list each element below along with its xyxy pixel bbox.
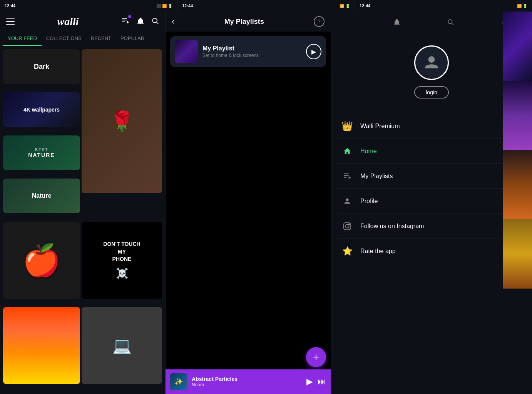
right-panel: POPULAR login 👑 Walli Premium Home	[331, 12, 532, 394]
middle-content	[166, 72, 331, 369]
panels: walli YOUR FEED COLLECTIONS RECENT POPUL…	[0, 12, 532, 394]
menu-item-premium[interactable]: 👑 Walli Premium	[337, 114, 526, 139]
menu-label-instagram: Follow us on Instagram	[360, 223, 424, 230]
svg-marker-3	[127, 21, 129, 23]
left-panel: walli YOUR FEED COLLECTIONS RECENT POPUL…	[0, 12, 166, 394]
collection-4k-label: 4K wallpapers	[20, 104, 64, 116]
svg-line-7	[452, 23, 453, 25]
status-time-left: 12:44	[5, 3, 15, 8]
collection-nature[interactable]: Nature	[3, 179, 80, 213]
playlist-thumbnail	[175, 40, 198, 63]
help-button[interactable]: ?	[314, 16, 325, 27]
search-icon[interactable]	[151, 17, 159, 27]
svg-line-5	[157, 22, 159, 24]
collection-apple[interactable]: 🍎	[3, 222, 80, 299]
menu-label-rate: Rate the app	[360, 248, 396, 255]
svg-marker-12	[349, 176, 351, 179]
status-time-right: 12:44	[360, 3, 370, 8]
add-playlist-button[interactable]: +	[306, 347, 326, 367]
middle-title: My Playlists	[224, 18, 264, 26]
login-button[interactable]: login	[414, 86, 449, 98]
best-nature-label: NATURE	[28, 152, 55, 158]
menu-item-instagram[interactable]: Follow us on Instagram	[337, 214, 526, 239]
player-info: Abstract Particles Noam	[192, 376, 302, 387]
play-button[interactable]: ▶	[306, 44, 321, 59]
playlist-icon[interactable]	[121, 17, 130, 27]
player-artist: Noam	[192, 382, 302, 387]
tab-popular[interactable]: POPULAR	[116, 32, 149, 46]
collection-dont-touch[interactable]: DON'T TOUCH MY PHONE ☠️	[82, 222, 162, 299]
player-play-button[interactable]: ▶	[306, 377, 313, 387]
svg-rect-2	[122, 21, 125, 22]
menu-item-profile[interactable]: Profile	[337, 189, 526, 214]
svg-rect-11	[344, 177, 346, 178]
collection-dark[interactable]: Dark	[3, 49, 80, 84]
crown-icon: 👑	[340, 119, 354, 133]
svg-point-13	[346, 199, 348, 201]
menu-label-premium: Walli Premium	[360, 123, 400, 130]
player-title: Abstract Particles	[192, 376, 302, 382]
status-segment-left: 12:44 ⬛ 📶 🔋	[0, 0, 177, 12]
tab-your-feed[interactable]: YOUR FEED	[3, 32, 42, 46]
svg-rect-9	[344, 174, 349, 174]
header-icons	[121, 17, 159, 27]
status-icons-middle: 📶 🔋	[340, 4, 350, 8]
player-thumbnail: ✨	[170, 373, 187, 390]
right-wallpaper-3	[503, 150, 532, 219]
playlist-info: My Playlist Set to home & lock screens	[202, 45, 301, 58]
player-bar: ✨ Abstract Particles Noam ▶ ⏭	[166, 369, 331, 394]
collection-best-nature[interactable]: BEST NATURE	[3, 135, 80, 170]
right-wallpaper-2	[503, 81, 532, 150]
menu-item-playlists[interactable]: My Playlists	[337, 164, 526, 189]
playlist-subtitle: Set to home & lock screens	[202, 53, 301, 58]
home-icon	[340, 144, 354, 158]
playlist-badge	[128, 15, 131, 18]
player-next-button[interactable]: ⏭	[318, 377, 326, 387]
status-time-middle: 12:44	[182, 3, 193, 8]
menu-label-home: Home	[360, 148, 377, 155]
svg-point-15	[345, 224, 349, 228]
tab-recent[interactable]: RECENT	[86, 32, 116, 46]
status-icons-left: ⬛ 📶 🔋	[156, 4, 172, 8]
app-logo: walli	[57, 15, 79, 28]
notification-right-icon[interactable]	[393, 18, 400, 28]
search-right-icon[interactable]	[447, 18, 454, 27]
collection-4k[interactable]: 4K wallpapers	[3, 92, 80, 127]
right-wallpaper-1	[503, 12, 532, 81]
star-icon: ⭐	[340, 244, 354, 258]
avatar	[414, 45, 449, 80]
collection-laptop[interactable]: 💻	[82, 307, 162, 384]
status-segment-right: 12:44 📶 🔋	[355, 0, 532, 12]
playlists-icon	[340, 169, 354, 183]
menu-label-playlists: My Playlists	[360, 173, 393, 180]
nav-tabs: YOUR FEED COLLECTIONS RECENT POPULAR	[0, 32, 165, 46]
collections-grid: Dark 🌹 4K wallpapers BEST NATURE Nature	[0, 46, 165, 394]
hamburger-menu[interactable]	[6, 18, 15, 25]
playlist-item[interactable]: My Playlist Set to home & lock screens ▶	[170, 36, 326, 67]
status-bar: 12:44 ⬛ 📶 🔋 12:44 📶 🔋 12:44 📶 🔋	[0, 0, 532, 12]
tab-collections[interactable]: COLLECTIONS	[42, 32, 86, 46]
svg-rect-0	[122, 18, 127, 18]
status-icons-right: 📶 🔋	[517, 4, 527, 8]
right-header: POPULAR	[331, 12, 532, 34]
back-button[interactable]: ‹	[172, 17, 174, 27]
collection-roses[interactable]: 🌹	[82, 49, 162, 193]
menu-item-rate[interactable]: ⭐ Rate the app	[337, 239, 526, 264]
notification-icon[interactable]	[137, 17, 144, 27]
apple-logo: 🍎	[22, 242, 61, 279]
right-wallpaper-4	[503, 219, 532, 289]
menu-item-home[interactable]: Home	[337, 139, 526, 164]
middle-header: ‹ My Playlists ?	[166, 12, 331, 32]
right-wallpaper-strip	[503, 12, 532, 394]
svg-rect-10	[344, 175, 349, 176]
svg-point-8	[428, 56, 435, 63]
svg-rect-1	[122, 20, 127, 20]
middle-panel: ‹ My Playlists ? My Playlist Set to home…	[166, 12, 331, 394]
svg-point-16	[349, 224, 350, 225]
instagram-icon	[340, 219, 354, 233]
collection-sunset[interactable]	[3, 307, 80, 384]
collection-nature-label: Nature	[28, 189, 55, 202]
collection-dark-label: Dark	[30, 60, 53, 74]
playlist-name: My Playlist	[202, 45, 301, 52]
svg-point-6	[448, 20, 452, 24]
